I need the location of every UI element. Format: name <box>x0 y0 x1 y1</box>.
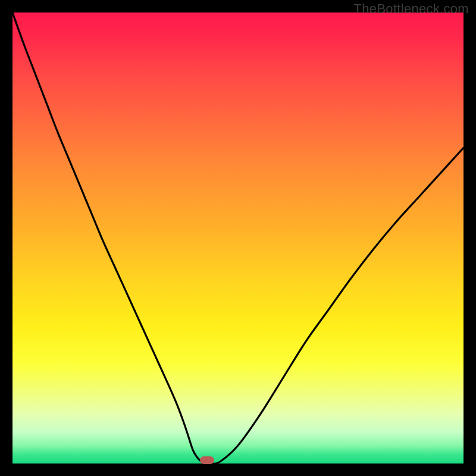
optimal-marker <box>200 456 214 464</box>
curve-path <box>12 12 464 464</box>
watermark-text: TheBottleneck.com <box>354 1 469 17</box>
chart-frame: TheBottleneck.com <box>0 0 476 476</box>
bottleneck-curve <box>12 12 464 464</box>
